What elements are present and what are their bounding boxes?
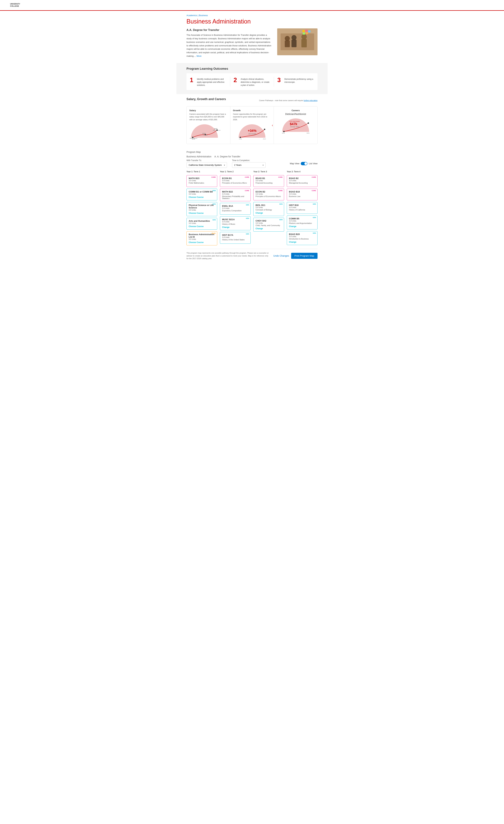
course-name: MATH B23: [189, 177, 215, 180]
page-title: Business Administration: [187, 18, 317, 25]
change-course-action[interactable]: Change: [289, 225, 315, 228]
breadcrumb-business[interactable]: Business: [199, 14, 208, 17]
svg-text:$47k: $47k: [290, 122, 297, 126]
salary-title: Salary, Growth and Careers: [187, 97, 226, 101]
course-name: ECON B1: [222, 177, 248, 180]
page-header: UNIVERSITY COLLEGE: [0, 0, 504, 11]
growth-card-title: Growth: [233, 109, 271, 112]
career-name: Dietician/Nutritionist: [277, 113, 315, 115]
svg-point-28: [283, 131, 285, 132]
course-desc: Expository Composition: [222, 210, 248, 212]
course-desc: History of California: [289, 209, 315, 211]
core-badge: CORE: [211, 176, 216, 178]
course-name: COMM B5: [289, 217, 315, 220]
career-prev-arrow[interactable]: ‹: [272, 123, 273, 127]
svg-rect-9: [305, 30, 308, 32]
view-toggle: Map View List View: [290, 162, 317, 165]
program-map-title: Business Administration A. A. Degree for…: [187, 153, 317, 159]
further-education-link[interactable]: further education: [304, 99, 317, 101]
course-units: 3.0 Units: [222, 236, 248, 238]
term-header-3: Year 2: Term 3: [254, 171, 284, 173]
course-card-hist-b17a: GEN HIST B17A 3.0 Units History of the U…: [220, 232, 250, 244]
svg-text:After 2 Years: After 2 Years: [190, 137, 197, 139]
more-link[interactable]: More: [197, 55, 202, 57]
svg-rect-7: [301, 39, 307, 47]
course-name: BIOL B11: [256, 204, 282, 206]
course-card-econ-b1: CORE ECON B1 3.0 Units Principles of Eco…: [220, 175, 250, 187]
toggle-knob: [304, 162, 307, 165]
footer-actions: Undo Changes Print Program Map: [273, 253, 317, 259]
view-toggle-switch[interactable]: [301, 162, 307, 165]
career-chart: +37% Job Growth $47k Average Salary $45k…: [277, 117, 315, 135]
term-header-1: Year 1: Term 1: [187, 171, 217, 173]
svg-point-2: [285, 36, 290, 41]
breadcrumb: Academics | Business: [187, 14, 317, 17]
term-column-4: Year 2: Term 4 CORE BSAD B2 3.0 Units Ma…: [287, 171, 317, 245]
gen-badge: GEN: [246, 217, 249, 219]
outcomes-title: Program Learning Outcomes: [187, 67, 317, 71]
intro-body: The Associate of Science in Business Adm…: [187, 33, 272, 58]
course-units: 3.0 Units: [189, 222, 215, 224]
core-badge: CORE: [245, 176, 249, 178]
course-name: ECON B2: [256, 191, 282, 193]
time-label: Time to Completion:: [232, 159, 266, 162]
outcome-item-3: 3 Demonstrate proficiency using a micros…: [277, 77, 314, 87]
choose-course-action[interactable]: Choose Course: [189, 225, 215, 228]
svg-rect-11: [303, 32, 305, 34]
undo-button[interactable]: Undo Changes: [273, 254, 289, 257]
growth-card: Growth Career opportunities for this pro…: [230, 106, 274, 144]
course-card-math-b23: CORE MATH B23 3.0 Units Finite Mathemati…: [187, 175, 217, 187]
change-course-action[interactable]: Change: [256, 212, 282, 214]
choose-course-action[interactable]: Choose Course: [189, 241, 215, 243]
course-desc: Principles of Economics-Macro: [256, 195, 282, 197]
core-badge: CORE: [312, 190, 316, 192]
course-card-chdv: GEN CHDV B42 3.0 Units Child, Family, an…: [254, 218, 284, 232]
outcome-number-1: 1: [190, 77, 195, 84]
course-desc: Business Law: [289, 195, 315, 197]
intro-heading: A.A. Degree for Transfer: [187, 28, 272, 32]
outcome-item-2: 2 Analyze clinical situations, determine…: [233, 77, 270, 87]
course-units: 3.0 Units: [189, 209, 215, 211]
svg-text:After 5 Years: After 5 Years: [213, 129, 221, 131]
salary-cards: Salary Careers associated with this prog…: [187, 106, 317, 144]
change-course-action[interactable]: Change: [289, 241, 315, 243]
breadcrumb-academics[interactable]: Academics: [187, 14, 197, 17]
course-name: Business Administration List B: [189, 233, 215, 238]
change-course-action[interactable]: Change: [222, 226, 248, 228]
change-course-action[interactable]: Change: [256, 227, 282, 230]
course-desc: Concepts of Biology: [256, 209, 282, 211]
intro-image-svg: [277, 28, 317, 55]
course-desc: Principles of Economics-Micro: [222, 182, 248, 184]
course-name: CHDV B42: [256, 219, 282, 222]
time-select[interactable]: 2 Years: [232, 162, 266, 168]
term-column-1: Year 1: Term 1 CORE MATH B23 3.0 Units F…: [187, 171, 217, 245]
course-card-math-b22: CORE MATH B22 4.0 Units Elementary Proba…: [220, 189, 250, 201]
time-control: Time to Completion: 2 Years: [232, 159, 266, 168]
choose-course-action[interactable]: Choose Course: [189, 212, 215, 214]
transfer-select[interactable]: California State University System: [187, 162, 227, 168]
course-card-bsad-b1: CORE BSAD B1 3.0 Units Financial Account…: [254, 175, 284, 187]
svg-rect-10: [308, 30, 310, 32]
elec-badge: ELEC: [212, 232, 216, 234]
svg-rect-8: [302, 30, 305, 32]
core-badge: CORE: [278, 176, 283, 178]
transfer-control: With Transfer To: California State Unive…: [187, 159, 227, 168]
course-card-biz-list: ELEC Business Administration List B 3.0 …: [187, 231, 217, 245]
course-desc: Finite Mathematics: [189, 182, 215, 184]
print-button[interactable]: Print Program Map: [291, 253, 317, 259]
growth-card-desc: Career opportunities for this program ar…: [233, 113, 271, 121]
careers-card: ‹ Careers Dietician/Nutritionist +37% Jo…: [274, 106, 317, 144]
svg-text:$45k: $45k: [282, 132, 285, 133]
course-card-arts: GEN Arts and Humanities 3.0 Units Choose…: [187, 218, 217, 230]
course-units: 3.0 Units: [222, 180, 248, 182]
course-card-hist-b18: GEN HIST B18 3.0 Units History of Califo…: [287, 202, 317, 214]
intro-image: [277, 28, 317, 55]
list-view-label: List View: [309, 162, 317, 165]
course-card-bsad-b18: CORE BSAD B18 3.0 Units Business Law: [287, 189, 317, 200]
salary-chart: $25k After 2 Years $31k Average $45k Aft…: [189, 123, 227, 141]
salary-card: Salary Careers associated with this prog…: [187, 106, 230, 144]
course-name: MUSC B21A: [222, 218, 248, 221]
choose-course-action[interactable]: Choose Course: [189, 196, 215, 198]
intro-section: A.A. Degree for Transfer The Associate o…: [187, 28, 317, 58]
svg-point-22: [239, 137, 241, 138]
